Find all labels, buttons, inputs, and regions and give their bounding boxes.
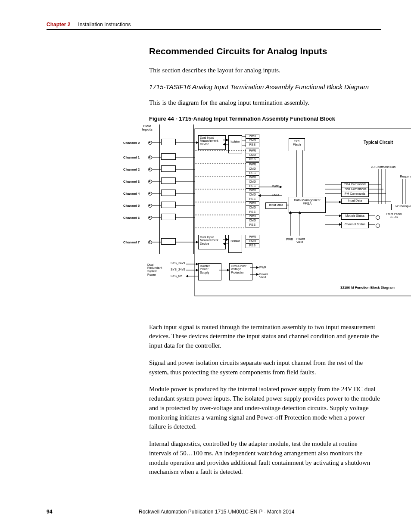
figure-caption: Figure 44 - 1715-Analog Input Terminatio… [149,115,381,122]
channel-label: Channel 3 [123,180,140,184]
channel-label: Channel 5 [123,204,140,208]
typical-circuit-label: Typical Circuit [364,140,393,145]
body-paragraph: Each input signal is routed through the … [149,323,381,351]
front-panel-leds-label: Front PanelLEDS [383,212,405,219]
io-backplane-box: I/O Backplane [391,204,411,210]
dual-input-box: Dual InputMeasurementDevice [198,135,226,150]
diagram-intro: This is the diagram for the analog input… [149,98,381,108]
publication-info: Rockwell Automation Publication 1715-UM0… [47,509,381,515]
led-icon [376,224,380,228]
terminal-dot [148,168,152,171]
channel-label: Channel 4 [123,192,140,196]
pwr-label: PWR [286,238,293,241]
resistor-box [161,153,176,160]
section-heading: Recommended Circuits for Analog Inputs [149,46,381,56]
page-footer: 94 Rockwell Automation Publication 1715-… [47,509,381,515]
page-header: Chapter 2 Installation Instructions [47,22,381,28]
intro-paragraph: This section describes the layout for an… [149,66,381,75]
ips-box: IsolatedPowerSupply [198,263,221,280]
diagram-note: 32106-M Function Block Diagram [340,286,395,290]
resistor-box [161,214,176,220]
body-paragraph: Module power is produced by the internal… [149,385,381,432]
resistor-box [161,165,176,172]
power-valid-label: PowerValid [296,237,305,244]
spi-flash-box: SPIFlash [289,138,305,151]
channel-label: Channel 0 [123,141,140,145]
page-number: 94 [47,509,52,515]
sys24v1-label: SYS_24V1 [171,261,185,265]
res-box: RES [246,243,259,248]
resistor-box [161,139,176,145]
terminal-dot [148,204,152,208]
response-bus-label: Response Bus [392,175,411,178]
terminal-dot [148,240,152,244]
channel-label: Channel 1 [123,156,140,160]
terminal-dot [148,192,152,196]
main-content: Recommended Circuits for Analog Inputs T… [149,46,381,477]
subsection-heading: 1715-TASIF16 Analog Input Termination As… [149,83,381,90]
dual-input-box: Dual InputMeasurementDevice [198,235,226,249]
channel-status-box: Channel Status [341,222,369,228]
body-paragraph: Internal diagnostics, controlled by the … [149,439,381,477]
sys24v2-label: SYS_24V2 [171,268,185,271]
res-box: RES [246,143,259,147]
channel-label: Channel 2 [123,168,140,172]
res-box: RES [246,223,259,227]
pwr-label: PWR [259,266,266,269]
fpga-box: Data ManagementFPGA [289,197,326,213]
terminal-dot [148,216,152,220]
drsp-label: DualRedundantSystemPower [147,263,162,277]
block-diagram: FieldInputs TerminationAssembly Channel … [118,124,411,297]
pmc-box: PM Commands [341,192,369,197]
channel-label: Channel 7 [123,241,140,245]
cmd-label: CMD [270,193,280,198]
resistor-box [161,202,176,208]
res-box: RES [246,157,259,162]
resistor-box [161,177,176,184]
chapter-title: Installation Instructions [78,22,131,28]
channel-label: Channel 6 [123,216,140,220]
input-data-box: Input Data [265,202,287,209]
module-status-box: Module Status [341,213,369,220]
isolator-box: Isolator [228,135,242,153]
resistor-box [161,238,176,245]
terminal-dot [148,156,152,159]
header-rule [47,29,381,30]
chapter-label: Chapter 2 [47,22,70,28]
body-paragraph: Signal and power isolation circuits sepa… [149,358,381,377]
sys0v-label: SYS_0V [171,274,182,278]
pwr-label: PWR [270,185,280,189]
resistor-box [161,190,176,196]
io-cmd-bus-label: I/O Command Bus [358,165,395,169]
terminal-dot [148,141,152,145]
field-inputs-label: FieldInputs [139,124,156,132]
terminal-dot [148,180,152,184]
ovp-box: Over/UnderVoltageProtection [229,263,252,280]
isolator-box: Isolator [228,235,242,253]
power-valid-label: PowerValid [259,273,268,279]
led-icon [376,215,380,220]
input-data-bus-box: Input Data [341,199,369,204]
